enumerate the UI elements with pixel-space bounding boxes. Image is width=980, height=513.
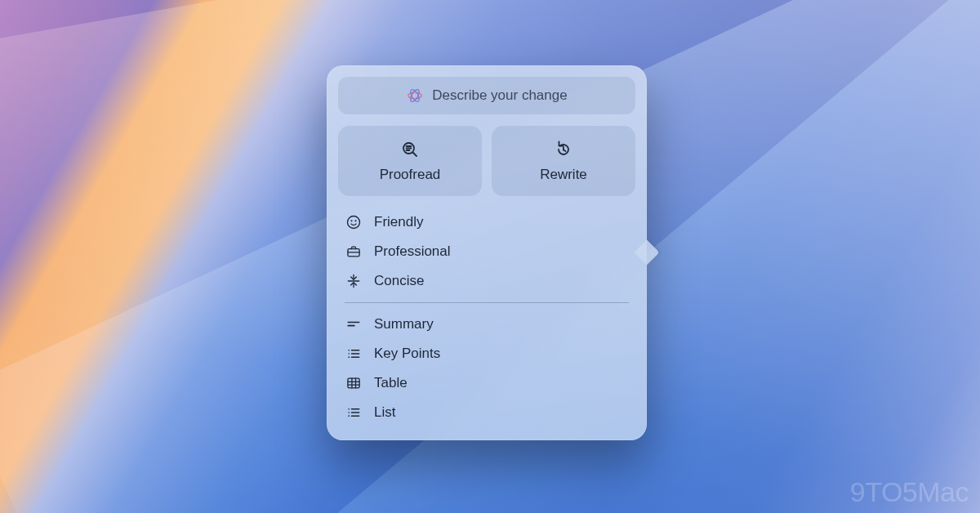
smile-icon <box>345 213 363 231</box>
proofread-label: Proofread <box>380 167 441 183</box>
format-summary-label: Summary <box>374 316 434 332</box>
svg-line-4 <box>413 153 417 157</box>
writing-tools-popover: Describe your change Proofread <box>327 65 647 440</box>
svg-point-21 <box>348 353 350 355</box>
svg-point-22 <box>348 356 350 358</box>
action-buttons-row: Proofread Rewrite <box>338 126 635 196</box>
proofread-icon <box>399 139 421 160</box>
divider <box>345 302 629 303</box>
tone-friendly-label: Friendly <box>374 214 423 230</box>
describe-change-placeholder: Describe your change <box>432 87 567 104</box>
svg-point-32 <box>348 412 350 413</box>
svg-point-31 <box>348 408 350 410</box>
tone-professional[interactable]: Professional <box>343 237 630 266</box>
svg-point-11 <box>351 221 352 221</box>
format-table-label: Table <box>374 375 408 391</box>
tone-professional-label: Professional <box>374 243 451 260</box>
format-list[interactable]: List <box>343 398 630 427</box>
format-summary[interactable]: Summary <box>343 310 630 339</box>
tone-concise-label: Concise <box>374 273 424 289</box>
watermark: 9TO5Mac <box>850 476 969 508</box>
tone-concise[interactable]: Concise <box>343 266 630 296</box>
apple-intelligence-icon <box>406 87 424 105</box>
options-list: Friendly Professional <box>338 207 635 427</box>
svg-point-33 <box>348 415 350 417</box>
format-list-label: List <box>374 404 395 421</box>
rewrite-button[interactable]: Rewrite <box>492 126 635 196</box>
svg-rect-26 <box>348 378 359 388</box>
wallpaper-background: Describe your change Proofread <box>0 0 980 513</box>
svg-point-10 <box>348 216 360 229</box>
svg-line-9 <box>564 150 566 152</box>
rewrite-label: Rewrite <box>540 167 587 183</box>
format-key-points[interactable]: Key Points <box>343 339 630 368</box>
list-icon <box>345 404 363 422</box>
describe-change-field[interactable]: Describe your change <box>338 77 635 114</box>
concise-icon <box>345 272 363 290</box>
format-table[interactable]: Table <box>343 368 630 398</box>
tone-friendly[interactable]: Friendly <box>343 207 630 237</box>
table-icon <box>345 374 363 392</box>
summary-icon <box>345 315 363 333</box>
svg-point-12 <box>355 221 356 221</box>
svg-point-20 <box>348 350 350 351</box>
format-key-points-label: Key Points <box>374 346 440 362</box>
key-points-icon <box>345 345 363 363</box>
proofread-button[interactable]: Proofread <box>338 126 482 196</box>
briefcase-icon <box>345 243 363 261</box>
rewrite-icon <box>553 139 574 160</box>
